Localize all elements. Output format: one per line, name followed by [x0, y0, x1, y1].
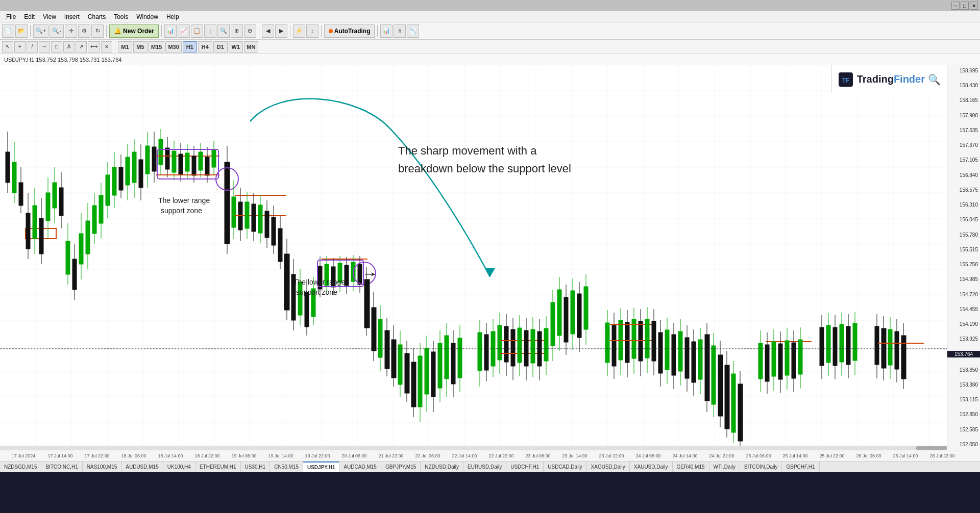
sym-tab-cn50[interactable]: CN50,M15	[270, 461, 303, 473]
sym-tab-xagusd[interactable]: XAGUSD,Daily	[587, 461, 630, 473]
menu-item-charts[interactable]: Charts	[84, 12, 110, 21]
chart-symbol: USDJPY,H1	[4, 57, 34, 63]
time-label: 24 Jul 22:00	[703, 453, 740, 458]
time-label: 18 Jul 22:00	[189, 453, 226, 458]
delete-tool[interactable]: ✕	[101, 41, 112, 53]
sym-tab-audusd[interactable]: AUDUSD,M15	[121, 461, 163, 473]
svg-rect-220	[577, 294, 581, 338]
svg-rect-158	[364, 279, 370, 328]
svg-rect-67	[86, 221, 90, 254]
auto-trading-label: AutoTrading	[334, 28, 371, 35]
sym-tab-usdcad[interactable]: USDCAD,Daily	[544, 461, 586, 473]
horizontal-scrollbar[interactable]	[0, 446, 947, 450]
svg-rect-202	[518, 328, 522, 363]
minimize-button[interactable]: ─	[951, 2, 960, 10]
hline-tool[interactable]: ─	[39, 41, 50, 53]
svg-rect-146	[331, 267, 335, 287]
zoom-fix-button[interactable]: 🔍	[217, 24, 230, 38]
zoom-out2-button[interactable]: ⊖	[244, 24, 256, 38]
sym-tab-ger40[interactable]: GER40,M15	[673, 461, 709, 473]
bar-chart-button[interactable]: 📊	[380, 24, 393, 38]
timeframe-m1[interactable]: M1	[118, 41, 132, 53]
sym-tab-nzdsgd[interactable]: NZDSGD,M15	[0, 461, 41, 473]
menu-item-window[interactable]: Window	[132, 12, 162, 21]
chart-area[interactable]: .candle-green { fill: #00aa00; stroke: #…	[0, 65, 980, 450]
sym-tab-xauusd[interactable]: XAUUSD,Daily	[630, 461, 673, 473]
crosshair-tool[interactable]: +	[14, 41, 26, 53]
crosshair-button[interactable]: ✛	[65, 24, 77, 38]
scrollbar-thumb[interactable]	[916, 446, 947, 450]
cursor-tool[interactable]: ↖	[2, 41, 13, 53]
sym-tab-nzdusd[interactable]: NZDUSD,Daily	[421, 461, 463, 473]
menu-item-edit[interactable]: Edit	[20, 12, 39, 21]
line-chart-button[interactable]: 📉	[407, 24, 419, 38]
sym-tab-us30[interactable]: US30,H1	[241, 461, 271, 473]
sym-tab-eurusd[interactable]: EURUSD,Daily	[463, 461, 506, 473]
candlestick-button[interactable]: 🕯	[394, 24, 406, 38]
new-order-button[interactable]: 🔔 New Order	[109, 24, 159, 38]
sym-tab-eth[interactable]: ETHEREUM,H1	[195, 461, 241, 473]
timeframe-h1[interactable]: H1	[183, 41, 197, 53]
zoom-out-button[interactable]: 🔍-	[50, 24, 64, 38]
rect-tool[interactable]: □	[51, 41, 62, 53]
search-button[interactable]: 🔍	[928, 73, 941, 86]
price-label: 156.840	[947, 172, 980, 178]
svg-point-111	[216, 168, 238, 190]
menu-item-tools[interactable]: Tools	[110, 12, 132, 21]
timeframe-m5[interactable]: M5	[133, 41, 148, 53]
menu-item-insert[interactable]: Insert	[60, 12, 84, 21]
properties-button[interactable]: ⚙	[78, 24, 90, 38]
sym-tab-gbpjpy[interactable]: GBPJPY,M15	[381, 461, 421, 473]
new-chart-button[interactable]: 📄	[2, 24, 14, 38]
text-tool[interactable]: A	[63, 41, 75, 53]
close-button[interactable]: ✕	[970, 2, 978, 10]
svg-rect-131	[284, 254, 289, 310]
timeframe-w1[interactable]: W1	[229, 41, 243, 53]
svg-rect-61	[66, 241, 70, 274]
maximize-button[interactable]: □	[961, 2, 969, 10]
timeframe-m30[interactable]: M30	[165, 41, 181, 53]
sym-tab-usdjpy[interactable]: USDJPY,H1	[303, 461, 339, 473]
sym-tab-uk100[interactable]: UK100,H4	[163, 461, 195, 473]
svg-rect-113	[232, 197, 236, 227]
open-button[interactable]: 📂	[15, 24, 28, 38]
templates-button[interactable]: 📋	[191, 24, 203, 38]
sym-tab-gbpchf[interactable]: GBPCHF,H1	[782, 461, 819, 473]
timeframe-h4[interactable]: H4	[198, 41, 212, 53]
indicators-button[interactable]: 📈	[178, 24, 190, 38]
timeframe-m15[interactable]: M15	[149, 41, 164, 53]
timeframe-d1[interactable]: D1	[213, 41, 228, 53]
sym-tab-audcad[interactable]: AUDCAD,M15	[339, 461, 381, 473]
price-label: 154.985	[947, 276, 980, 282]
sym-tab-bitcoin-daily[interactable]: BITCOIN,Daily	[740, 461, 782, 473]
chart-wizard-button[interactable]: 📊	[164, 24, 177, 38]
menu-item-view[interactable]: View	[39, 12, 60, 21]
scroll-right-button[interactable]: ▶	[275, 24, 287, 38]
sym-tab-bitcoin[interactable]: BITCOINC,H1	[41, 461, 82, 473]
sym-tab-usdchf[interactable]: USDCHF,H1	[506, 461, 544, 473]
auto-trading-button[interactable]: AutoTrading	[324, 24, 375, 38]
sym-tab-nas100[interactable]: NAS100,M15	[83, 461, 121, 473]
arrow-tool[interactable]: ↗	[76, 41, 87, 53]
refresh-button[interactable]: ↻	[91, 24, 104, 38]
one-click-button[interactable]: ⚡	[293, 24, 305, 38]
zoom-in-button[interactable]: 🔍+	[33, 24, 48, 38]
svg-rect-77	[119, 167, 123, 190]
menu-item-file[interactable]: File	[2, 12, 20, 21]
timeframe-mn[interactable]: MN	[244, 41, 258, 53]
menu-item-help[interactable]: Help	[162, 12, 183, 21]
svg-rect-190	[484, 335, 488, 370]
svg-rect-206	[531, 329, 535, 363]
line-tool[interactable]: /	[27, 41, 38, 53]
title-bar: ─ □ ✕	[0, 0, 980, 11]
scroll-left-button[interactable]: ◀	[262, 24, 274, 38]
fibs-tool[interactable]: ⟷	[88, 41, 100, 53]
period-separators-button[interactable]: |	[204, 24, 216, 38]
svg-rect-79	[126, 157, 130, 185]
zoom-in2-button[interactable]: ⊕	[231, 24, 243, 38]
price-label: 154.190	[947, 321, 980, 327]
svg-rect-89	[159, 139, 163, 165]
move-button[interactable]: ↕	[306, 24, 318, 38]
svg-rect-81	[132, 152, 136, 183]
sym-tab-wti[interactable]: WTI,Daily	[709, 461, 740, 473]
